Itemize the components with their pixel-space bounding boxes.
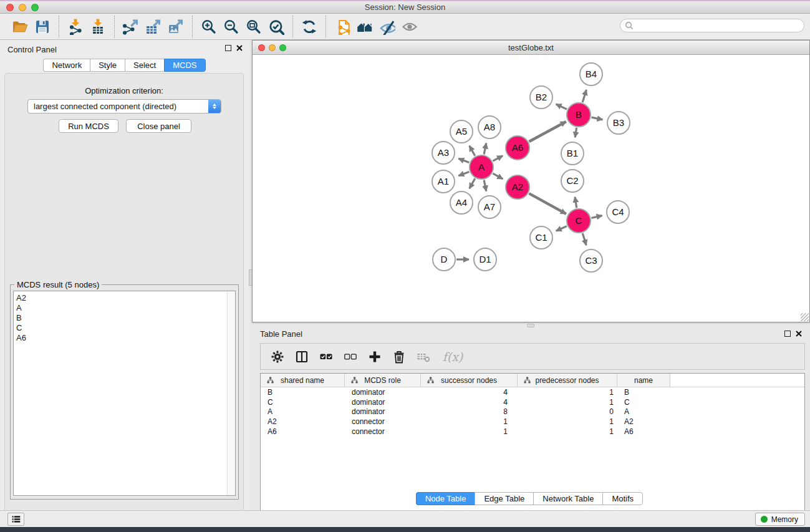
network-maximize-button[interactable]	[279, 44, 286, 51]
export-image-button[interactable]	[165, 17, 187, 37]
settings-button[interactable]	[268, 347, 287, 367]
minimize-window-button[interactable]	[19, 4, 26, 11]
open-session-button[interactable]	[9, 17, 31, 37]
node-A5[interactable]: A5	[450, 120, 473, 143]
deselect-all-button[interactable]	[341, 347, 360, 367]
edge-A-A8[interactable]	[484, 143, 486, 154]
node-B3[interactable]: B3	[607, 112, 630, 134]
tab-mcds[interactable]: MCDS	[164, 59, 205, 72]
tab-select[interactable]: Select	[125, 59, 164, 72]
node-A4[interactable]: A4	[450, 191, 473, 214]
zoom-fit-button[interactable]	[243, 17, 265, 37]
first-neighbors-button[interactable]	[354, 17, 376, 37]
save-session-button[interactable]	[31, 17, 54, 37]
node-B1[interactable]: B1	[561, 142, 584, 165]
resize-grip-icon[interactable]	[801, 313, 809, 321]
node-A1[interactable]: A1	[432, 170, 455, 193]
memory-button[interactable]: Memory	[755, 513, 805, 526]
close-panel-icon[interactable]	[236, 45, 243, 51]
edge-A2-C[interactable]	[529, 193, 566, 214]
node-A8[interactable]: A8	[478, 116, 501, 138]
edge-A-A5[interactable]	[470, 146, 475, 156]
edge-C-C4[interactable]	[591, 216, 602, 218]
maximize-window-button[interactable]	[31, 4, 39, 11]
tab-network[interactable]: Network	[43, 59, 90, 72]
node-D1[interactable]: D1	[474, 248, 496, 271]
edge-A-A4[interactable]	[470, 178, 475, 188]
edge-B-B3[interactable]	[592, 117, 603, 120]
node-A6[interactable]: A6	[506, 136, 529, 160]
network-window-titlebar[interactable]: testGlobe.txt	[253, 41, 809, 55]
close-panel-button[interactable]: Close panel	[126, 119, 191, 133]
tab-node-table[interactable]: Node Table	[416, 492, 475, 505]
result-item[interactable]: B	[16, 313, 235, 323]
node-C1[interactable]: C1	[530, 226, 552, 249]
edge-A6-B[interactable]	[529, 122, 566, 142]
node-table[interactable]: shared nameMCDS rolesuccessor nodesprede…	[260, 373, 805, 530]
node-B[interactable]: B	[567, 103, 591, 127]
edge-A-A6[interactable]	[493, 156, 503, 161]
node-A2[interactable]: A2	[506, 175, 529, 199]
close-table-panel-icon[interactable]	[796, 331, 802, 337]
new-network-from-selection-button[interactable]	[331, 17, 354, 37]
close-window-button[interactable]	[6, 4, 14, 11]
refresh-layout-button[interactable]	[298, 17, 321, 37]
float-panel-icon[interactable]	[225, 45, 231, 51]
tab-style[interactable]: Style	[90, 59, 125, 72]
column-button[interactable]	[292, 347, 311, 367]
run-mcds-button[interactable]: Run MCDS	[59, 119, 118, 133]
float-table-panel-icon[interactable]	[784, 331, 791, 337]
zoom-selected-button[interactable]	[265, 17, 287, 37]
edge-B-B2[interactable]	[556, 104, 567, 109]
table-row[interactable]: Cdominator41C	[261, 397, 804, 407]
edge-C-C3[interactable]	[582, 233, 586, 245]
node-B2[interactable]: B2	[530, 86, 552, 109]
node-B4[interactable]: B4	[580, 63, 602, 85]
tab-edge-table[interactable]: Edge Table	[475, 492, 533, 505]
node-A[interactable]: A	[470, 155, 493, 179]
criterion-dropdown[interactable]: largest connected component (directed)	[27, 99, 221, 114]
result-item[interactable]: C	[16, 323, 235, 333]
result-scrollbar[interactable]	[227, 291, 235, 495]
table-row[interactable]: A6connector11A6	[261, 427, 804, 437]
node-C3[interactable]: C3	[580, 249, 602, 272]
result-item[interactable]: A6	[16, 333, 235, 343]
network-canvas[interactable]: B4B2BB3A5A8A6A3B1AA1C2A2A4A7C4CC1DD1C3	[253, 55, 809, 322]
node-C2[interactable]: C2	[561, 170, 584, 192]
hide-selected-button[interactable]	[376, 17, 398, 37]
edge-C-C1[interactable]	[556, 226, 567, 231]
import-table-button[interactable]	[87, 17, 109, 37]
edge-B-B4[interactable]	[582, 90, 586, 102]
task-history-button[interactable]	[7, 513, 24, 526]
edge-B-B1[interactable]	[575, 128, 577, 138]
edge-A-A2[interactable]	[493, 173, 503, 179]
table-row[interactable]: A2connector11A2	[261, 417, 804, 427]
column-header-MCDS-role[interactable]: MCDS role	[345, 374, 421, 387]
delete-button[interactable]	[390, 347, 408, 367]
zoom-out-button[interactable]	[220, 17, 243, 37]
result-item[interactable]: A	[16, 303, 235, 313]
edge-C-C2[interactable]	[575, 197, 577, 208]
tab-network-table[interactable]: Network Table	[533, 492, 602, 505]
table-row[interactable]: Adominator80A	[261, 407, 804, 417]
network-minimize-button[interactable]	[269, 44, 276, 51]
column-header-successor-nodes[interactable]: successor nodes	[421, 374, 518, 387]
import-network-button[interactable]	[64, 17, 87, 37]
column-header-name[interactable]: name	[617, 374, 670, 387]
export-table-button[interactable]	[142, 17, 165, 37]
node-C[interactable]: C	[567, 209, 591, 233]
export-network-button[interactable]	[120, 17, 142, 37]
column-header-predecessor-nodes[interactable]: predecessor nodes	[518, 374, 617, 387]
network-graph[interactable]: B4B2BB3A5A8A6A3B1AA1C2A2A4A7C4CC1DD1C3	[253, 55, 809, 322]
select-all-button[interactable]	[317, 347, 335, 367]
node-A3[interactable]: A3	[432, 142, 455, 164]
zoom-in-button[interactable]	[198, 17, 220, 37]
network-close-button[interactable]	[258, 44, 265, 51]
table-row[interactable]: Bdominator41B	[261, 387, 804, 397]
search-input[interactable]	[620, 19, 804, 32]
show-all-button[interactable]	[398, 17, 421, 37]
result-item[interactable]: A2	[16, 293, 235, 303]
edge-A-A3[interactable]	[458, 158, 469, 162]
node-D[interactable]: D	[433, 248, 455, 271]
tab-motifs[interactable]: Motifs	[602, 492, 643, 505]
